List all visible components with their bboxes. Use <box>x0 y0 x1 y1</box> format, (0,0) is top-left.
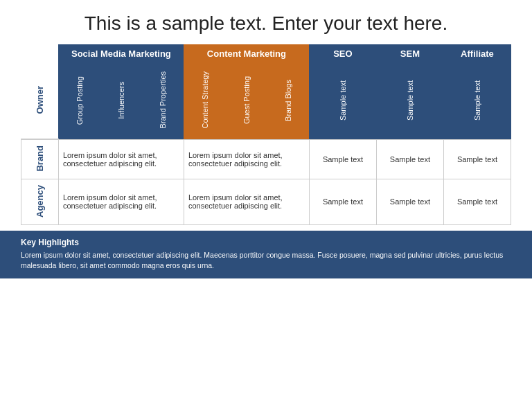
header-empty-cell <box>21 44 59 63</box>
agency-social-cell: Lorem ipsum dolor sit amet, consectetuer… <box>58 179 184 224</box>
sub-header-seo-sample: Sample text <box>309 63 376 139</box>
agency-seo-cell: Sample text <box>309 179 376 224</box>
agency-affiliate-cell: Sample text <box>443 179 511 224</box>
brand-seo-cell: Sample text <box>309 139 376 179</box>
sub-header-content-strategy: Content Strategy <box>184 63 225 139</box>
header-row: Social Media Marketing Content Marketing… <box>21 44 511 63</box>
sub-header-sem-sample: Sample text <box>376 63 443 139</box>
agency-label-cell: Agency <box>21 179 59 224</box>
brand-sem-cell: Sample text <box>376 139 443 179</box>
sub-header-influencers: Influencers <box>100 63 142 139</box>
page-title: This is a sample text. Enter your text h… <box>0 0 532 44</box>
agency-sem-cell: Sample text <box>376 179 443 224</box>
header-sem: SEM <box>376 44 443 63</box>
brand-affiliate-cell: Sample text <box>443 139 511 179</box>
main-table-wrapper: Social Media Marketing Content Marketing… <box>0 44 532 225</box>
brand-social-cell: Lorem ipsum dolor sit amet, consectetuer… <box>58 139 184 179</box>
footer-text: Lorem ipsum dolor sit amet, consectetuer… <box>21 250 511 272</box>
main-table: Social Media Marketing Content Marketing… <box>21 44 511 225</box>
brand-row: Brand Lorem ipsum dolor sit amet, consec… <box>21 139 511 179</box>
brand-label-cell: Brand <box>21 139 59 179</box>
header-seo: SEO <box>309 44 376 63</box>
header-social-media: Social Media Marketing <box>58 44 184 63</box>
sub-header-guest-posting: Guest Posting <box>226 63 267 139</box>
header-affiliate: Affiliate <box>443 44 511 63</box>
sub-header-brand-blogs: Brand Blogs <box>267 63 309 139</box>
sub-header-group-posting: Group Posting <box>58 63 100 139</box>
owner-label-cell: Owner <box>21 63 59 139</box>
agency-row: Agency Lorem ipsum dolor sit amet, conse… <box>21 179 511 224</box>
owner-row: Owner Group Posting Influencers Brand Pr… <box>21 63 511 139</box>
sub-header-affiliate-sample: Sample text <box>443 63 511 139</box>
footer-section: Key Highlights Lorem ipsum dolor sit ame… <box>0 231 532 279</box>
footer-title: Key Highlights <box>21 238 511 247</box>
brand-content-cell: Lorem ipsum dolor sit amet, consectetuer… <box>184 139 309 179</box>
sub-header-brand-properties: Brand Properties <box>142 63 184 139</box>
agency-content-cell: Lorem ipsum dolor sit amet, consectetuer… <box>184 179 309 224</box>
header-content-marketing: Content Marketing <box>184 44 309 63</box>
